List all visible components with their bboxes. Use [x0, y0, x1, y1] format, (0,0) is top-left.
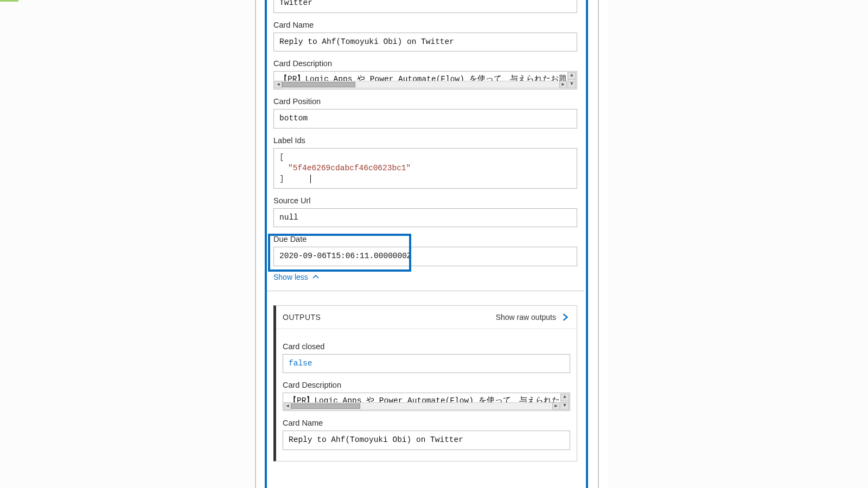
- show-less-toggle[interactable]: Show less: [273, 273, 319, 281]
- vertical-scrollbar[interactable]: ▲ ▼: [560, 394, 569, 410]
- vertical-scrollbar[interactable]: ▲ ▼: [567, 72, 576, 88]
- top-left-accent: [0, 0, 18, 2]
- card-position-label: Card Position: [273, 97, 577, 106]
- label-ids-item: "5f4e6269cdabcf46c0623bc1": [288, 164, 411, 172]
- card-position-value[interactable]: bottom: [273, 109, 577, 129]
- card-name-value[interactable]: Reply to Ahf(Tomoyuki Obi) on Twitter: [273, 33, 577, 52]
- json-open-bracket: [: [279, 153, 284, 162]
- card-position-text: bottom: [279, 114, 308, 123]
- show-less-label: Show less: [273, 273, 308, 281]
- chevron-right-icon: [561, 313, 569, 321]
- inputs-panel-divider: [267, 291, 584, 291]
- out-card-name-text: Reply to Ahf(Tomoyuki Obi) on Twitter: [289, 435, 463, 444]
- label-ids-label: Label Ids: [273, 136, 577, 145]
- show-raw-outputs-label: Show raw outputs: [496, 313, 556, 322]
- inputs-panel: Twitter Card Name Reply to Ahf(Tomoyuki …: [273, 0, 577, 461]
- scroll-up-arrow-icon[interactable]: ▲: [560, 394, 569, 401]
- outputs-body: Card closed false Card Description 【PR】L…: [276, 329, 577, 461]
- list-name-value[interactable]: Twitter: [273, 0, 577, 13]
- scroll-h-track[interactable]: [291, 402, 552, 410]
- card-closed-value[interactable]: false: [283, 354, 570, 374]
- out-card-name-value[interactable]: Reply to Ahf(Tomoyuki Obi) on Twitter: [283, 431, 570, 450]
- out-card-name-label: Card Name: [283, 419, 570, 427]
- card-name-label: Card Name: [273, 21, 577, 29]
- label-ids-value[interactable]: [ "5f4e6269cdabcf46c0623bc1" ]: [273, 148, 577, 189]
- scroll-h-thumb[interactable]: [282, 82, 355, 87]
- out-card-description-value[interactable]: 【PR】Logic Apps や Power Automate(Flow) を使…: [283, 393, 570, 411]
- scroll-up-arrow-icon[interactable]: ▲: [567, 72, 576, 80]
- chevron-up-icon: [312, 274, 319, 280]
- scroll-left-arrow-icon[interactable]: ◀: [275, 81, 282, 88]
- horizontal-scrollbar[interactable]: ◀ ▶: [284, 402, 560, 410]
- card-inner-left-accent: [265, 0, 267, 488]
- out-card-description-label: Card Description: [283, 381, 570, 389]
- scroll-down-arrow-icon[interactable]: ▼: [567, 81, 576, 88]
- json-close-bracket: ]: [279, 175, 284, 183]
- card-name-text: Reply to Ahf(Tomoyuki Obi) on Twitter: [279, 37, 454, 46]
- card-outer-left-border: [255, 0, 259, 488]
- text-cursor-icon: [310, 175, 311, 183]
- due-date-label: Due Date: [273, 235, 577, 243]
- scroll-left-arrow-icon[interactable]: ◀: [284, 402, 291, 410]
- card-description-label: Card Description: [273, 59, 577, 68]
- source-url-text: null: [279, 213, 298, 222]
- card-closed-text: false: [289, 359, 312, 368]
- due-date-text: 2020-09-06T15:06:11.0000000Z: [279, 252, 412, 260]
- card-outer-right-border: [595, 0, 599, 488]
- app-viewport: Twitter Card Name Reply to Ahf(Tomoyuki …: [0, 0, 868, 488]
- card-closed-label: Card closed: [283, 342, 570, 351]
- scroll-down-arrow-icon[interactable]: ▼: [560, 402, 569, 410]
- list-name-text: Twitter: [279, 0, 312, 7]
- scroll-h-thumb[interactable]: [291, 403, 360, 409]
- source-url-value[interactable]: null: [273, 208, 577, 228]
- card-inner-right-accent: [586, 0, 588, 488]
- outputs-title: OUTPUTS: [283, 313, 321, 322]
- show-raw-outputs-link[interactable]: Show raw outputs: [496, 313, 569, 322]
- scroll-right-arrow-icon[interactable]: ▶: [552, 402, 560, 410]
- due-date-value[interactable]: 2020-09-06T15:06:11.0000000Z: [273, 247, 577, 266]
- horizontal-scrollbar[interactable]: ◀ ▶: [275, 81, 567, 88]
- outputs-card: OUTPUTS Show raw outputs Card closed fal…: [273, 305, 577, 461]
- card-description-value[interactable]: 【PR】Logic Apps や Power Automate(Flow) を使…: [273, 71, 577, 89]
- scroll-h-track[interactable]: [282, 81, 559, 88]
- outputs-header: OUTPUTS Show raw outputs: [276, 306, 577, 329]
- scroll-right-arrow-icon[interactable]: ▶: [559, 81, 567, 88]
- source-url-label: Source Url: [273, 196, 577, 205]
